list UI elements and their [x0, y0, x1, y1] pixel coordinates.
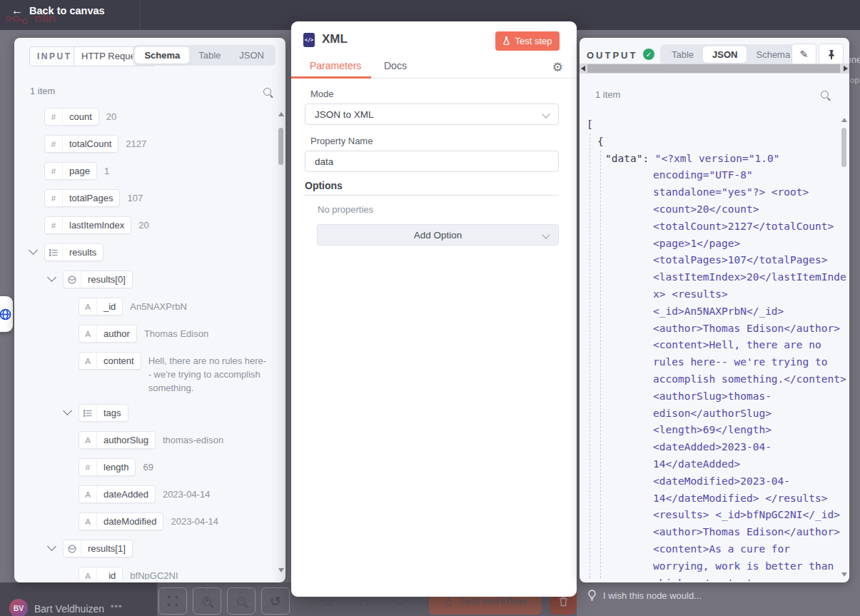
json-line: "data": "<?xml version="1.0"	[580, 151, 839, 168]
active-tab-underline	[291, 76, 371, 79]
floating-help-button[interactable]	[0, 296, 13, 332]
field-label: lastItemIndex	[63, 217, 131, 233]
mode-select[interactable]: JSON to XML	[305, 103, 559, 125]
json-line: <content>As a cure for	[580, 541, 839, 558]
zoom-out-button[interactable]: −	[227, 587, 256, 615]
field-value: bfNpGC2NI	[130, 569, 278, 580]
json-string-value: worrying, work is better than	[653, 560, 834, 572]
chevron-down-icon[interactable]	[29, 246, 38, 255]
json-line: 14</dateAdded>	[580, 456, 839, 473]
schema-field-pill[interactable]: #totalCount	[44, 135, 118, 153]
tab-json[interactable]: JSON	[703, 46, 747, 63]
schema-field-pill[interactable]: #page	[44, 162, 97, 180]
user-menu-dots[interactable]: •••	[111, 601, 123, 612]
chevron-down-icon[interactable]	[47, 542, 56, 551]
schema-field-pill[interactable]: AauthorSlug	[79, 431, 156, 449]
zoom-in-icon: +	[203, 597, 211, 605]
schema-field-pill[interactable]: Acontent	[79, 352, 141, 370]
input-panel-label: INPUT	[29, 46, 80, 66]
field-label: length	[97, 459, 135, 475]
pin-data-button[interactable]	[819, 44, 844, 65]
schema-field-pill[interactable]: #lastItemIndex	[44, 216, 131, 234]
dialog-title: XML	[322, 32, 348, 46]
reset-zoom-button[interactable]: ↺	[261, 587, 290, 615]
edit-output-button[interactable]: ✎	[791, 44, 816, 65]
number-type-icon: #	[45, 163, 63, 179]
avatar[interactable]: BV	[9, 599, 28, 616]
field-value: thomas-edison	[163, 433, 278, 447]
fit-view-button[interactable]	[158, 587, 187, 615]
schema-field-pill[interactable]: results	[44, 243, 103, 261]
horizontal-scrollbar[interactable]	[580, 64, 849, 74]
schema-row: AcontentHell, there are no rules here-- …	[14, 352, 278, 395]
scrollbar-thumb[interactable]	[841, 128, 846, 167]
zoom-in-button[interactable]: +	[193, 587, 221, 615]
json-line: <content>Hell, there are no	[580, 337, 839, 354]
schema-field-pill[interactable]: A_id	[79, 298, 123, 315]
chevron-down-icon[interactable]	[63, 406, 72, 415]
field-label: dateModified	[97, 513, 163, 530]
scroll-down-icon	[841, 572, 847, 577]
flask-icon	[444, 596, 453, 607]
settings-gear-icon[interactable]: ⚙	[552, 60, 563, 75]
scroll-left-icon	[581, 66, 585, 71]
search-icon[interactable]	[821, 91, 829, 99]
json-line: <dateAdded>2023-04-	[580, 439, 839, 456]
scrollbar-thumb[interactable]	[587, 64, 840, 73]
field-label: tags	[97, 405, 128, 421]
xml-node-dialog: </> XML Test step Parameters Docs ⚙ Mode…	[291, 21, 577, 597]
tab-table[interactable]: Table	[189, 47, 230, 64]
tab-json[interactable]: JSON	[230, 47, 273, 64]
field-label: count	[63, 108, 98, 125]
schema-field-pill[interactable]: AdateModified	[79, 513, 163, 530]
json-string-value: "<?xml version="1.0"	[655, 153, 780, 164]
property-name-label: Property Name	[310, 136, 373, 146]
string-type-icon: A	[79, 567, 97, 580]
string-type-icon: A	[79, 432, 97, 448]
string-type-icon: A	[79, 298, 97, 315]
back-to-canvas-button[interactable]: ← Back to canvas	[11, 4, 105, 17]
search-icon[interactable]	[263, 88, 271, 96]
schema-field-pill[interactable]: AdateAdded	[79, 485, 156, 503]
json-string-value: <results> <_id>bfNpGC2NI</_id>	[653, 509, 840, 520]
object-type-icon	[64, 540, 81, 557]
test-step-button[interactable]: Test step	[495, 31, 560, 51]
pin-icon	[827, 49, 836, 60]
success-check-icon: ✓	[643, 49, 654, 60]
json-string-value: standalone="yes"?> <root>	[653, 186, 809, 198]
header-divider	[140, 0, 141, 30]
string-type-icon: A	[79, 513, 97, 530]
schema-field-pill[interactable]: results[1]	[63, 540, 133, 557]
fit-view-icon	[168, 596, 178, 606]
scrollbar-thumb[interactable]	[278, 128, 283, 165]
tab-schema[interactable]: Schema	[135, 47, 189, 64]
scroll-right-icon	[844, 66, 848, 71]
schema-field-pill[interactable]: results[0]	[63, 271, 133, 288]
schema-field-pill[interactable]: #totalPages	[44, 189, 120, 207]
schema-row: A_idbfNpGC2NI	[14, 567, 278, 580]
schema-row: #lastItemIndex20	[14, 216, 278, 234]
schema-tree: #count20#totalCount2127#page1#totalPages…	[14, 108, 278, 580]
json-line: rules here-- we're trying to	[580, 354, 839, 371]
schema-field-pill[interactable]: #length	[79, 458, 136, 476]
json-brace: {	[597, 136, 604, 147]
tab-table[interactable]: Table	[662, 46, 703, 63]
schema-row: #page1	[14, 162, 278, 180]
json-string-value: x> <results>	[653, 288, 728, 300]
schema-row: #totalPages107	[14, 189, 278, 207]
schema-field-pill[interactable]: tags	[79, 404, 128, 422]
tab-parameters[interactable]: Parameters	[310, 60, 361, 71]
add-option-button[interactable]: Add Option	[317, 224, 559, 246]
schema-field-pill[interactable]: #count	[44, 108, 99, 126]
chevron-down-icon[interactable]	[47, 273, 56, 282]
property-name-input[interactable]: data	[305, 151, 559, 172]
tab-docs[interactable]: Docs	[384, 60, 407, 71]
field-label: _id	[97, 298, 122, 315]
schema-field-pill[interactable]: A_id	[79, 567, 123, 580]
input-scrollbar[interactable]	[278, 109, 284, 575]
schema-field-pill[interactable]: Aauthor	[79, 325, 137, 343]
field-value: An5NAXPrbN	[130, 300, 278, 313]
output-scrollbar[interactable]	[841, 118, 847, 577]
field-label: authorSlug	[97, 432, 155, 448]
node-feedback-bar[interactable]: I wish this node would...	[580, 584, 860, 607]
